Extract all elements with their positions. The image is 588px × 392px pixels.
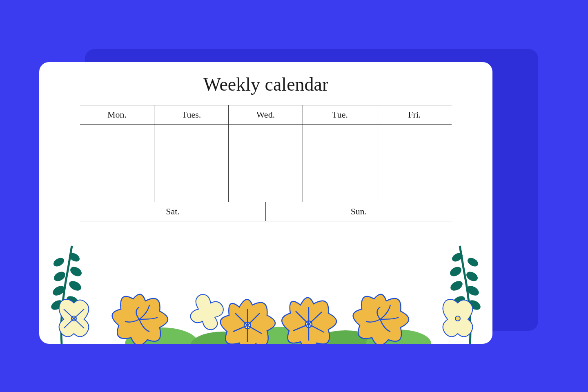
right-branch-icon <box>448 246 482 344</box>
svg-point-11 <box>448 265 463 278</box>
day-cell-mon <box>80 125 154 202</box>
day-header-tue: Tue. <box>303 105 377 125</box>
svg-line-25 <box>74 318 84 328</box>
orange-flower-4-icon <box>353 294 409 344</box>
svg-point-2 <box>52 270 67 283</box>
svg-point-7 <box>65 294 80 307</box>
svg-point-0 <box>52 256 65 268</box>
svg-point-18 <box>245 327 323 344</box>
svg-point-3 <box>69 265 83 278</box>
svg-line-22 <box>64 309 74 318</box>
calendar-grid: Mon. Tues. Wed. Tue. Fri. Sat. Sun. <box>39 105 492 221</box>
svg-point-20 <box>366 330 431 344</box>
svg-point-13 <box>449 279 464 292</box>
floral-decoration <box>39 238 492 344</box>
svg-line-24 <box>64 318 74 328</box>
orange-flower-1-icon <box>112 294 168 344</box>
svg-line-23 <box>74 309 84 318</box>
day-header-mon: Mon. <box>80 105 154 125</box>
weekend-header-row: Sat. Sun. <box>80 202 452 221</box>
day-header-fri: Fri. <box>377 105 452 125</box>
day-header-tues: Tues. <box>154 105 229 125</box>
svg-point-1 <box>67 251 81 263</box>
orange-flower-3-icon <box>282 298 336 344</box>
svg-point-14 <box>467 298 482 312</box>
svg-point-4 <box>51 284 67 297</box>
foliage-icon <box>125 327 431 344</box>
svg-point-16 <box>125 327 198 344</box>
svg-point-12 <box>465 284 481 297</box>
svg-point-10 <box>465 270 479 283</box>
day-cell-tues <box>154 125 229 202</box>
weekday-header-row: Mon. Tues. Wed. Tue. Fri. <box>80 105 452 125</box>
orange-flower-2-icon <box>220 299 275 344</box>
day-cell-fri <box>377 125 452 202</box>
svg-point-17 <box>190 332 256 344</box>
weekday-cells-row <box>80 125 452 202</box>
day-cell-wed <box>229 125 303 202</box>
svg-point-26 <box>455 316 460 321</box>
page-title: Weekly calendar <box>39 74 492 95</box>
pale-flower-left-icon <box>59 299 89 337</box>
day-header-wed: Wed. <box>229 105 303 125</box>
svg-point-15 <box>451 294 467 307</box>
svg-point-27 <box>244 322 251 329</box>
svg-point-8 <box>466 256 479 268</box>
svg-point-21 <box>71 316 76 321</box>
pale-flower-mid-icon <box>190 294 223 330</box>
svg-point-5 <box>67 279 83 292</box>
svg-point-19 <box>311 330 380 344</box>
day-header-sat: Sat. <box>80 202 266 221</box>
left-branch-icon <box>49 246 83 344</box>
calendar-card: Weekly calendar Mon. Tues. Wed. Tue. Fri… <box>39 62 492 344</box>
svg-point-6 <box>49 298 65 312</box>
day-header-sun: Sun. <box>266 202 452 221</box>
svg-point-9 <box>450 251 464 263</box>
pale-flower-right-icon <box>443 299 473 337</box>
day-cell-tue <box>303 125 377 202</box>
svg-point-28 <box>305 321 312 327</box>
